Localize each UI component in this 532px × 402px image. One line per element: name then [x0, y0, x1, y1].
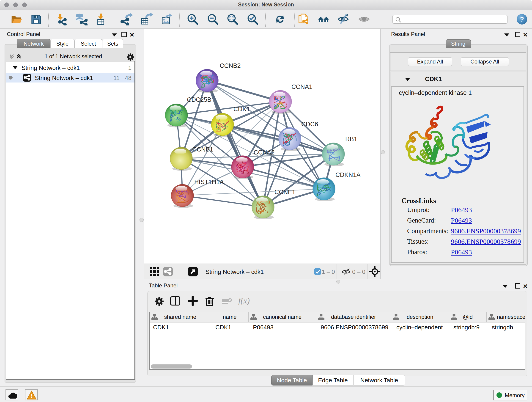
svg-text:CDC25B: CDC25B [187, 96, 211, 103]
svg-text:CCNB1: CCNB1 [192, 146, 213, 153]
svg-text:CDKN1A: CDKN1A [336, 172, 361, 178]
svg-text:CCNB2: CCNB2 [220, 62, 241, 69]
svg-text:CCNA1: CCNA1 [291, 83, 312, 90]
svg-text:RB1: RB1 [345, 136, 357, 143]
svg-text:CCNA2: CCNA2 [254, 149, 275, 156]
svg-text:?: ? [520, 15, 524, 23]
svg-text:CDC6: CDC6 [301, 121, 318, 128]
svg-text:HIST1H1A: HIST1H1A [194, 179, 224, 185]
svg-text:CCNE1: CCNE1 [274, 189, 296, 196]
svg-text:CDK1: CDK1 [234, 106, 250, 113]
